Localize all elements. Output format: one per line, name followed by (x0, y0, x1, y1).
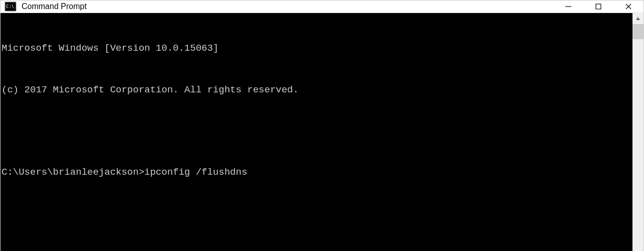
terminal-line: Microsoft Windows [Version 10.0.15063] (2, 42, 632, 56)
terminal-line: (c) 2017 Microsoft Corporation. All righ… (2, 83, 632, 97)
svg-rect-3 (596, 4, 601, 9)
close-button[interactable] (613, 1, 643, 13)
terminal-wrapper: Microsoft Windows [Version 10.0.15063] (… (1, 13, 643, 251)
terminal-line (2, 124, 632, 138)
command-prompt-window: C:\ Command Prompt Microsoft Windows [Ve… (0, 0, 644, 251)
cmd-icon: C:\ (5, 1, 17, 13)
terminal-output[interactable]: Microsoft Windows [Version 10.0.15063] (… (1, 13, 632, 251)
scroll-up-arrow[interactable] (632, 13, 643, 24)
titlebar[interactable]: C:\ Command Prompt (1, 1, 643, 13)
window-title: Command Prompt (22, 2, 553, 11)
vertical-scrollbar[interactable] (632, 13, 643, 251)
terminal-line (2, 207, 632, 221)
minimize-button[interactable] (553, 1, 583, 13)
terminal-line: C:\Users\brianleejackson>ipconfig /flush… (2, 166, 632, 180)
scroll-thumb[interactable] (632, 24, 643, 39)
terminal-line: Windows IP Configuration (2, 248, 632, 251)
window-controls (553, 1, 643, 13)
maximize-button[interactable] (583, 1, 613, 13)
scroll-track[interactable] (632, 24, 643, 251)
svg-text:C:\: C:\ (6, 4, 14, 9)
